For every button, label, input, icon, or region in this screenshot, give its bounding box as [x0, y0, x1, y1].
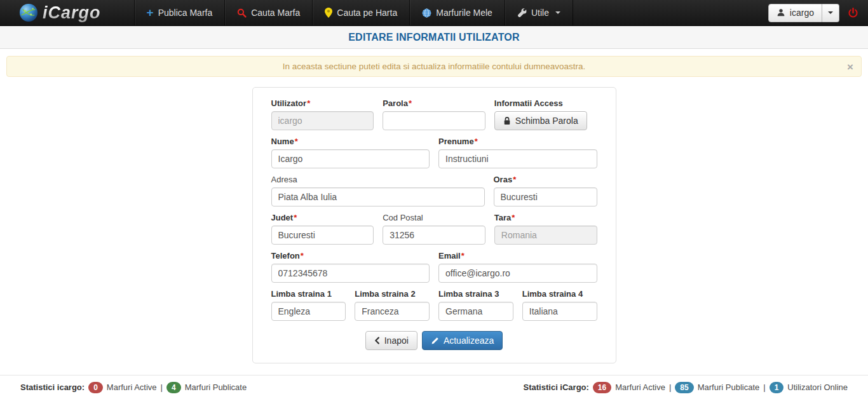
- required-asterisk: *: [461, 251, 465, 260]
- nav-item-cauta-marfa[interactable]: Cauta Marfa: [224, 0, 312, 25]
- lock-icon: [503, 116, 511, 125]
- search-icon: [237, 8, 247, 18]
- map-marker-icon: [325, 8, 332, 18]
- globe-logo-icon: [19, 3, 38, 22]
- limba-straina-2-input[interactable]: [355, 302, 430, 321]
- tara-input: [494, 226, 597, 245]
- telefon-input[interactable]: [271, 264, 430, 283]
- wrench-icon: [517, 8, 527, 18]
- main-nav: + Publica Marfa Cauta Marfa Cauta pe Har…: [134, 0, 573, 25]
- limba-straina-3-label: Limba straina 3: [438, 289, 513, 299]
- cod-postal-label: Cod Postal: [383, 213, 485, 222]
- nume-input[interactable]: [271, 149, 430, 168]
- parola-input[interactable]: [383, 111, 485, 130]
- stats-title: Statistici icargo:: [20, 382, 85, 392]
- plus-icon: +: [147, 8, 154, 17]
- chevron-left-icon: [374, 337, 380, 344]
- stats-title: Statistici iCargo:: [524, 382, 589, 392]
- nav-label: Publica Marfa: [158, 8, 213, 18]
- nume-label: Nume*: [271, 137, 430, 146]
- utilizator-input: [271, 111, 374, 130]
- stat-label: Marfuri Active: [615, 382, 665, 392]
- separator: |: [669, 382, 671, 392]
- limba-straina-4-label: Limba straina 4: [522, 289, 597, 299]
- stat-label: Marfuri Publicate: [698, 382, 760, 392]
- pencil-icon: [431, 337, 439, 345]
- tara-label: Tara*: [494, 213, 597, 222]
- stat-badge: 4: [166, 382, 181, 393]
- required-asterisk: *: [475, 137, 478, 146]
- form-actions: Inapoi Actualizeaza: [271, 331, 597, 350]
- separator: |: [161, 382, 163, 392]
- required-asterisk: *: [512, 213, 515, 222]
- page-title: EDITARE INFORMATII UTILIZATOR: [348, 32, 519, 43]
- prenume-label: Prenume*: [438, 137, 597, 146]
- logout-button[interactable]: [848, 8, 858, 18]
- required-asterisk: *: [409, 98, 412, 108]
- footer-left-stats: Statistici icargo: 0 Marfuri Active | 4 …: [20, 382, 247, 393]
- user-icon: [776, 8, 785, 17]
- navbar-right: icargo: [768, 0, 868, 25]
- required-asterisk: *: [513, 175, 516, 184]
- limba-straina-1-input[interactable]: [271, 302, 346, 321]
- nav-label: Marfurile Mele: [436, 8, 492, 18]
- stat-badge: 1: [770, 382, 784, 393]
- cod-postal-input[interactable]: [383, 226, 485, 245]
- oras-input[interactable]: [494, 187, 597, 206]
- stat-badge: 85: [675, 382, 693, 393]
- user-caret-button[interactable]: [822, 4, 839, 22]
- power-icon: [848, 8, 858, 18]
- chevron-down-icon: [828, 11, 833, 14]
- nav-label: Cauta Marfa: [251, 8, 300, 18]
- judet-label: Judet*: [271, 213, 374, 222]
- titlebar: EDITARE INFORMATII UTILIZATOR: [0, 26, 868, 49]
- judet-input[interactable]: [271, 226, 374, 245]
- stat-label: Marfuri Active: [107, 382, 157, 392]
- limba-straina-4-input[interactable]: [522, 302, 597, 321]
- nav-item-publica-marfa[interactable]: + Publica Marfa: [134, 0, 225, 25]
- nav-item-cauta-pe-harta[interactable]: Cauta pe Harta: [312, 0, 409, 25]
- user-button-group: icargo: [768, 4, 839, 22]
- adresa-label: Adresa: [271, 175, 485, 184]
- prenume-input[interactable]: [438, 149, 597, 168]
- brand-text: iCargo: [43, 3, 105, 23]
- nav-item-marfurile-mele[interactable]: Marfurile Mele: [409, 0, 505, 25]
- edit-user-form-card: Utilizator* Parola* Informatii Access Sc…: [252, 87, 616, 363]
- schimba-parola-button[interactable]: Schimba Parola: [494, 111, 587, 130]
- stat-badge: 16: [593, 382, 611, 393]
- separator: |: [763, 382, 765, 392]
- user-menu-button[interactable]: icargo: [768, 4, 822, 22]
- stat-label: Marfuri Publicate: [185, 382, 247, 392]
- footer: Statistici icargo: 0 Marfuri Active | 4 …: [0, 375, 868, 399]
- required-asterisk: *: [295, 137, 298, 146]
- nav-label: Cauta pe Harta: [337, 8, 397, 18]
- parola-label: Parola*: [383, 98, 485, 108]
- navbar: iCargo + Publica Marfa Cauta Marfa C: [0, 0, 868, 26]
- button-label: Schimba Parola: [515, 116, 578, 126]
- nav-item-utile[interactable]: Utile: [505, 0, 573, 25]
- alert-message: In aceasta sectiune puteti edita si actu…: [283, 62, 586, 71]
- limba-straina-3-input[interactable]: [438, 302, 513, 321]
- required-asterisk: *: [294, 213, 297, 222]
- telefon-label: Telefon*: [271, 251, 430, 260]
- user-label: icargo: [790, 8, 814, 18]
- close-icon: ×: [847, 60, 853, 72]
- informatii-access-label: Informatii Access: [494, 98, 597, 108]
- limba-straina-1-label: Limba straina 1: [271, 289, 346, 299]
- alert-close-button[interactable]: ×: [847, 61, 853, 72]
- email-input[interactable]: [438, 264, 597, 283]
- oras-label: Oras*: [494, 175, 597, 184]
- footer-right-stats: Statistici iCargo: 16 Marfuri Active | 8…: [524, 382, 848, 393]
- button-label: Actualizeaza: [444, 335, 494, 346]
- stat-label: Utilizatori Online: [787, 382, 848, 392]
- actualizeaza-button[interactable]: Actualizeaza: [422, 331, 503, 350]
- brand-logo[interactable]: iCargo: [19, 0, 105, 25]
- chevron-down-icon: [555, 11, 560, 14]
- nav-label: Utile: [531, 8, 549, 18]
- adresa-input[interactable]: [271, 187, 485, 206]
- info-alert: In aceasta sectiune puteti edita si actu…: [6, 56, 862, 77]
- inapoi-button[interactable]: Inapoi: [365, 331, 417, 350]
- utilizator-label: Utilizator*: [271, 98, 374, 108]
- button-label: Inapoi: [384, 335, 409, 346]
- globe-icon: [422, 8, 431, 18]
